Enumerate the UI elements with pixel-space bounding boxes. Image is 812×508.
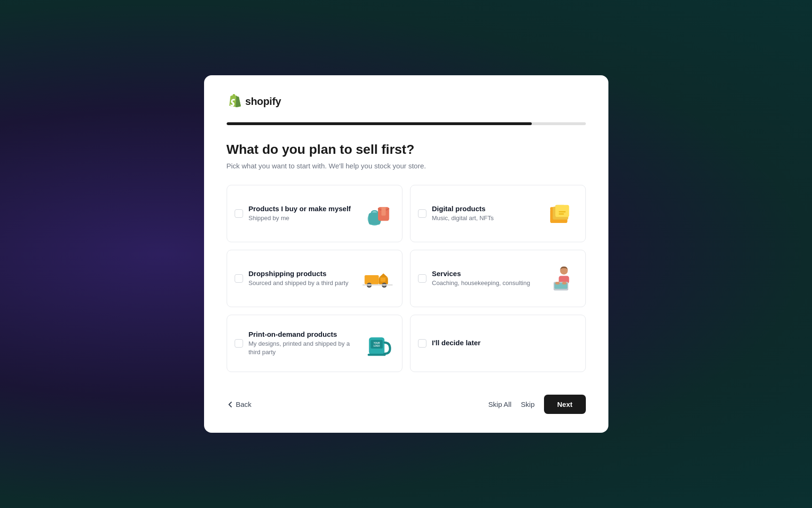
logo-area: shopify [227, 94, 586, 109]
shopify-wordmark: shopify [245, 95, 281, 108]
option-dropshipping-title: Dropshipping products [249, 270, 357, 278]
services-icon [546, 263, 576, 294]
option-digital-title: Digital products [432, 205, 540, 213]
option-digital[interactable]: Digital products Music, digital art, NFT… [410, 185, 586, 242]
main-modal: shopify What do you plan to sell first? … [204, 75, 608, 433]
page-subtitle: Pick what you want to start with. We'll … [227, 162, 586, 170]
decide-later-icon [546, 328, 576, 358]
checkbox-pod[interactable] [235, 339, 243, 348]
option-physical-subtitle: Shipped by me [249, 214, 357, 222]
option-services-subtitle: Coaching, housekeeping, consulting [432, 279, 540, 287]
option-services[interactable]: Services Coaching, housekeeping, consult… [410, 250, 586, 307]
option-services-title: Services [432, 270, 540, 278]
physical-products-icon [363, 198, 393, 229]
svg-rect-18 [363, 284, 393, 286]
svg-rect-24 [562, 282, 566, 284]
option-pod-title: Print-on-demand products [249, 330, 357, 338]
back-chevron-icon [227, 401, 234, 408]
option-physical-title: Products I buy or make myself [249, 205, 357, 213]
svg-rect-10 [559, 214, 564, 214]
svg-text:YOUR: YOUR [373, 341, 380, 344]
progress-bar [227, 122, 586, 125]
svg-rect-23 [555, 282, 560, 284]
option-later-title: I'll decide later [432, 339, 540, 347]
option-dropshipping-subtitle: Sourced and shipped by a third party [249, 279, 357, 287]
footer: Back Skip All Skip Next [227, 395, 586, 414]
option-pod-subtitle: My designs, printed and shipped by a thi… [249, 340, 357, 357]
dropshipping-icon [363, 263, 393, 294]
checkbox-later[interactable] [418, 339, 426, 348]
checkbox-dropshipping[interactable] [235, 274, 243, 283]
checkbox-physical[interactable] [235, 209, 243, 218]
svg-rect-13 [380, 278, 386, 282]
svg-rect-3 [381, 207, 386, 215]
option-later[interactable]: I'll decide later [410, 315, 586, 372]
option-digital-subtitle: Music, digital art, NFTs [432, 214, 540, 222]
print-on-demand-icon: YOUR LOGO [363, 328, 393, 358]
digital-products-icon [546, 198, 576, 229]
checkbox-digital[interactable] [418, 209, 426, 218]
options-grid: Products I buy or make myself Shipped by… [227, 185, 586, 372]
option-pod[interactable]: Print-on-demand products My designs, pri… [227, 315, 402, 372]
progress-bar-fill [227, 122, 532, 125]
shopify-logo-icon [227, 94, 242, 109]
skip-all-button[interactable]: Skip All [489, 400, 512, 408]
option-dropshipping[interactable]: Dropshipping products Sourced and shippe… [227, 250, 402, 307]
skip-button[interactable]: Skip [521, 400, 535, 408]
svg-rect-9 [559, 211, 566, 212]
svg-rect-11 [364, 275, 378, 285]
next-button[interactable]: Next [544, 395, 586, 414]
svg-rect-29 [367, 353, 385, 356]
footer-right: Skip All Skip Next [489, 395, 586, 414]
checkbox-services[interactable] [418, 274, 426, 283]
option-physical[interactable]: Products I buy or make myself Shipped by… [227, 185, 402, 242]
page-title: What do you plan to sell first? [227, 142, 586, 157]
back-button[interactable]: Back [227, 400, 252, 408]
svg-text:LOGO: LOGO [373, 345, 380, 347]
svg-rect-8 [555, 205, 569, 217]
